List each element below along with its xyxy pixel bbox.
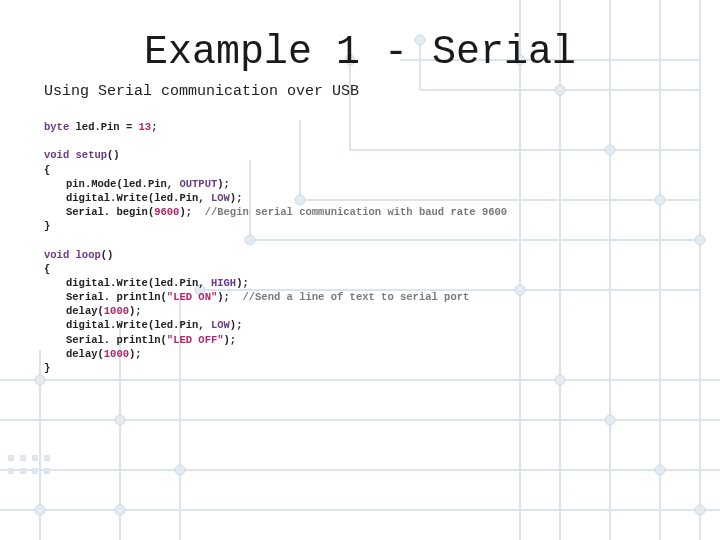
- code-line: Serial. println("LED OFF");: [44, 333, 680, 347]
- code-block: byte led.Pin = 13; void setup() { pin.Mo…: [44, 120, 680, 375]
- code-line: }: [44, 219, 680, 233]
- svg-point-17: [115, 505, 125, 515]
- svg-point-14: [115, 415, 125, 425]
- code-line: {: [44, 163, 680, 177]
- code-line: pin.Mode(led.Pin, OUTPUT);: [44, 177, 680, 191]
- svg-rect-22: [32, 455, 38, 461]
- svg-point-6: [555, 375, 565, 385]
- code-line: byte led.Pin = 13;: [44, 120, 680, 134]
- slide-subtitle: Using Serial communication over USB: [44, 83, 680, 100]
- svg-point-15: [175, 465, 185, 475]
- svg-rect-23: [44, 455, 50, 461]
- svg-rect-26: [32, 468, 38, 474]
- slide-title: Example 1 - Serial: [40, 30, 680, 75]
- svg-rect-20: [8, 455, 14, 461]
- svg-rect-27: [44, 468, 50, 474]
- svg-rect-25: [20, 468, 26, 474]
- code-line: Serial. begin(9600); //Begin serial comm…: [44, 205, 680, 219]
- code-line: Serial. println("LED ON"); //Send a line…: [44, 290, 680, 304]
- code-line: digital.Write(led.Pin, LOW);: [44, 318, 680, 332]
- code-line: delay(1000);: [44, 304, 680, 318]
- svg-point-16: [35, 505, 45, 515]
- svg-point-8: [655, 465, 665, 475]
- code-line: void loop(): [44, 248, 680, 262]
- code-line: digital.Write(led.Pin, LOW);: [44, 191, 680, 205]
- svg-point-7: [605, 415, 615, 425]
- svg-point-9: [695, 505, 705, 515]
- slide-content: Example 1 - Serial Using Serial communic…: [0, 0, 720, 375]
- code-line: delay(1000);: [44, 347, 680, 361]
- code-line: {: [44, 262, 680, 276]
- code-line: }: [44, 361, 680, 375]
- svg-rect-24: [8, 468, 14, 474]
- svg-rect-21: [20, 455, 26, 461]
- svg-point-13: [35, 375, 45, 385]
- code-line: digital.Write(led.Pin, HIGH);: [44, 276, 680, 290]
- code-line: void setup(): [44, 148, 680, 162]
